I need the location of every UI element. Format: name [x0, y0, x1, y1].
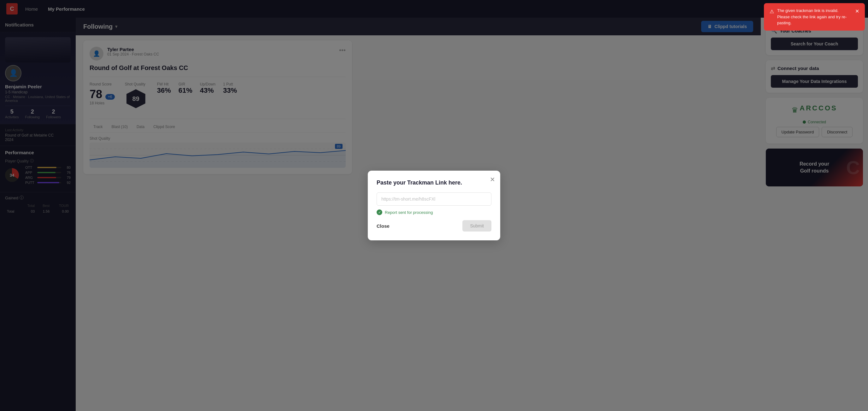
modal-footer: Close Submit — [377, 220, 491, 231]
toast-close-button[interactable]: ✕ — [855, 7, 859, 15]
success-checkmark-icon: ✓ — [377, 210, 382, 215]
warning-icon: ⚠ — [770, 8, 774, 15]
modal-close-icon[interactable]: ✕ — [490, 176, 495, 183]
modal-close-button[interactable]: Close — [377, 221, 390, 231]
modal-submit-button[interactable]: Submit — [462, 220, 491, 231]
trackman-link-input[interactable] — [377, 192, 491, 205]
modal-overlay[interactable]: Paste your Trackman Link here. ✕ ✓ Repor… — [0, 0, 868, 411]
error-toast: ⚠ The given trackman link is invalid. Pl… — [764, 3, 865, 31]
trackman-modal: Paste your Trackman Link here. ✕ ✓ Repor… — [368, 171, 500, 240]
modal-title: Paste your Trackman Link here. — [377, 180, 491, 186]
modal-success-message: ✓ Report sent for processing — [377, 210, 491, 215]
